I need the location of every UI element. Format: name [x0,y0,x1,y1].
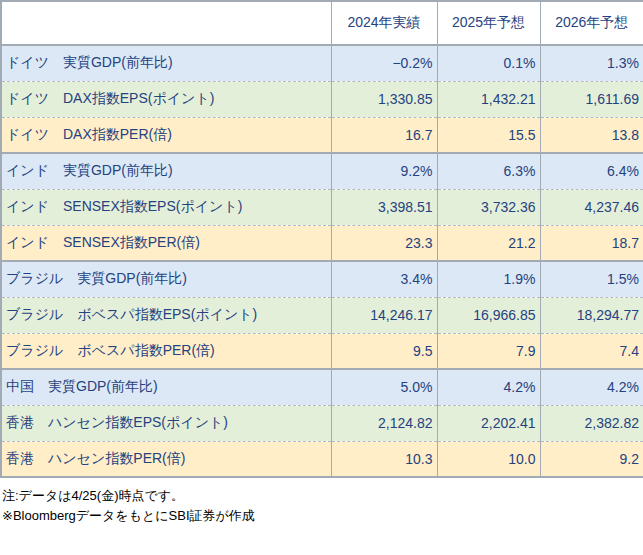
row-brazil-gdp: ブラジル 実質GDP(前年比) 3.4% 1.9% 1.5% [1,261,643,297]
value-2025: 2,202.41 [437,405,540,441]
value-2025: 7.9 [437,333,540,369]
value-2024: 14,246.17 [331,297,437,333]
row-label: ブラジル 実質GDP(前年比) [1,261,331,297]
corner-cell [1,1,331,45]
value-2025: 0.1% [437,45,540,81]
value-2025: 3,732.36 [437,189,540,225]
value-2025: 15.5 [437,117,540,153]
value-2025: 16,966.85 [437,297,540,333]
row-label: ブラジル ボベスパ指数EPS(ポイント) [1,297,331,333]
row-india-per: インド SENSEX指数PER(倍) 23.3 21.2 18.7 [1,225,643,261]
row-label: ドイツ DAX指数PER(倍) [1,117,331,153]
value-2024: 16.7 [331,117,437,153]
row-label: ドイツ 実質GDP(前年比) [1,45,331,81]
country-forecast-table: 2024年実績 2025年予想 2026年予想 ドイツ 実質GDP(前年比) −… [0,0,643,478]
value-2026: 2,382.82 [540,405,643,441]
footnote-data-date: 注:データは4/25(金)時点です。 [2,486,643,506]
value-2025: 6.3% [437,153,540,189]
row-label: インド 実質GDP(前年比) [1,153,331,189]
row-label: 香港 ハンセン指数PER(倍) [1,441,331,477]
value-2026: 1,611.69 [540,81,643,117]
value-2025: 21.2 [437,225,540,261]
value-2026: 1.3% [540,45,643,81]
value-2026: 7.4 [540,333,643,369]
row-germany-per: ドイツ DAX指数PER(倍) 16.7 15.5 13.8 [1,117,643,153]
value-2024: 2,124.82 [331,405,437,441]
col-header-2024: 2024年実績 [331,1,437,45]
row-label: 香港 ハンセン指数EPS(ポイント) [1,405,331,441]
row-india-gdp: インド 実質GDP(前年比) 9.2% 6.3% 6.4% [1,153,643,189]
value-2026: 6.4% [540,153,643,189]
header-row: 2024年実績 2025年予想 2026年予想 [1,1,643,45]
value-2024: 9.2% [331,153,437,189]
value-2024: −0.2% [331,45,437,81]
row-label: ドイツ DAX指数EPS(ポイント) [1,81,331,117]
value-2026: 18.7 [540,225,643,261]
row-label: インド SENSEX指数EPS(ポイント) [1,189,331,225]
row-hongkong-eps: 香港 ハンセン指数EPS(ポイント) 2,124.82 2,202.41 2,3… [1,405,643,441]
value-2026: 4.2% [540,369,643,405]
value-2026: 18,294.77 [540,297,643,333]
row-germany-gdp: ドイツ 実質GDP(前年比) −0.2% 0.1% 1.3% [1,45,643,81]
value-2024: 10.3 [331,441,437,477]
row-brazil-per: ブラジル ボベスパ指数PER(倍) 9.5 7.9 7.4 [1,333,643,369]
value-2024: 23.3 [331,225,437,261]
footnote-source: ※BloombergデータをもとにSBI証券が作成 [2,506,643,526]
forecast-page: 2024年実績 2025年予想 2026年予想 ドイツ 実質GDP(前年比) −… [0,0,643,526]
value-2024: 5.0% [331,369,437,405]
row-india-eps: インド SENSEX指数EPS(ポイント) 3,398.51 3,732.36 … [1,189,643,225]
footnotes: 注:データは4/25(金)時点です。 ※BloombergデータをもとにSBI証… [2,486,643,526]
value-2025: 1,432.21 [437,81,540,117]
value-2024: 3.4% [331,261,437,297]
value-2026: 9.2 [540,441,643,477]
value-2025: 1.9% [437,261,540,297]
value-2024: 3,398.51 [331,189,437,225]
row-germany-eps: ドイツ DAX指数EPS(ポイント) 1,330.85 1,432.21 1,6… [1,81,643,117]
value-2026: 13.8 [540,117,643,153]
value-2026: 1.5% [540,261,643,297]
col-header-2026: 2026年予想 [540,1,643,45]
value-2024: 1,330.85 [331,81,437,117]
value-2025: 4.2% [437,369,540,405]
row-brazil-eps: ブラジル ボベスパ指数EPS(ポイント) 14,246.17 16,966.85… [1,297,643,333]
row-china-gdp: 中国 実質GDP(前年比) 5.0% 4.2% 4.2% [1,369,643,405]
row-label: インド SENSEX指数PER(倍) [1,225,331,261]
value-2024: 9.5 [331,333,437,369]
col-header-2025: 2025年予想 [437,1,540,45]
value-2026: 4,237.46 [540,189,643,225]
row-label: ブラジル ボベスパ指数PER(倍) [1,333,331,369]
row-label: 中国 実質GDP(前年比) [1,369,331,405]
row-hongkong-per: 香港 ハンセン指数PER(倍) 10.3 10.0 9.2 [1,441,643,477]
value-2025: 10.0 [437,441,540,477]
